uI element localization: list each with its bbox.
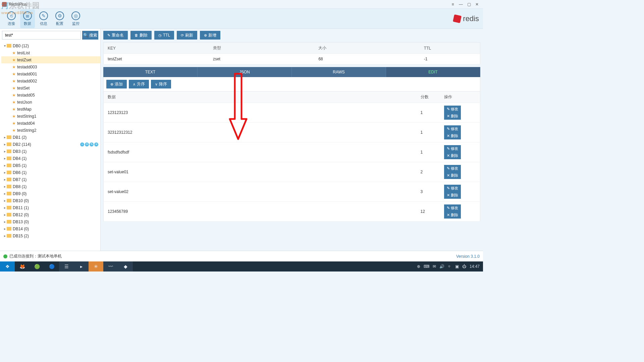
tree-DB2[interactable]: ▸DB2 (114)+⟳✎✕ [1, 141, 100, 148]
tree-DB9[interactable]: ▸DB9 (0) [1, 190, 100, 197]
cell-data: set-value02 [104, 182, 417, 202]
main-panel: ✎重命名 🗑删除 ◷TTL ⟳刷新 ⊕新增 KEY 类型 大小 TTL test… [101, 29, 483, 251]
taskbar-redisplus[interactable]: ◆ [118, 261, 133, 272]
sort-asc-button[interactable]: ∧升序 [129, 80, 149, 88]
row-delete-button[interactable]: ✕ 删除 [444, 113, 461, 120]
tree-DB11[interactable]: ▸DB11 (1) [1, 204, 100, 211]
brand-logo: redis [453, 14, 479, 23]
tab-json[interactable]: JSON [198, 67, 292, 77]
tree-DB13[interactable]: ▸DB13 (0) [1, 218, 100, 225]
tree-key-testadd001[interactable]: ★testadd001 [1, 70, 100, 77]
taskbar-app3[interactable]: ☰ [59, 261, 74, 272]
row-modify-button[interactable]: ✎ 修改 [444, 106, 461, 113]
maximize-button[interactable]: ▢ [465, 1, 473, 8]
tree-key-testMap[interactable]: ★testMap [1, 106, 100, 113]
chevron-up-icon: ∧ [133, 82, 136, 86]
rename-button[interactable]: ✎重命名 [103, 31, 128, 40]
tree-key-testString2[interactable]: ★testString2 [1, 127, 100, 134]
table-row: 323123123121✎ 修改✕ 删除 [104, 123, 480, 142]
tree-db0[interactable]: ▾DB0 (12) [1, 42, 100, 49]
taskbar-app1[interactable]: 🟢 [30, 261, 44, 272]
close-button[interactable]: ✕ [473, 1, 481, 8]
os-taskbar: ❖ 🦊 🟢 🔵 ☰ ▸ ✳ 〰 ◆ ⊕ ⌨ ✉ 🔊 ᯤ ▣ ⏻ 14:47 [0, 261, 483, 272]
toolbar-config[interactable]: ⚙ 配置 [52, 9, 67, 28]
tray-chat-icon[interactable]: ✉ [433, 264, 436, 269]
status-bar: 已成功连接到：测试本地单机 Version 3.1.0 [0, 251, 483, 261]
version-label: Version 3.1.0 [456, 254, 480, 259]
tray-keyboard-icon[interactable]: ⌨ [424, 264, 429, 269]
tree-key-testadd05[interactable]: ★testadd05 [1, 92, 100, 99]
toolbar-connect[interactable]: ⎋ 连接 [4, 9, 19, 28]
row-delete-button[interactable]: ✕ 删除 [444, 192, 461, 199]
header-type: 类型 [209, 43, 314, 54]
tree-DB7[interactable]: ▸DB7 (1) [1, 176, 100, 183]
row-delete-button[interactable]: ✕ 删除 [444, 132, 461, 139]
tray-icon[interactable]: ⊕ [417, 264, 420, 269]
toolbar-monitor[interactable]: ◎ 监控 [68, 9, 83, 28]
tree-DB12[interactable]: ▸DB12 (0) [1, 211, 100, 218]
tree-DB1[interactable]: ▸DB1 (2) [1, 134, 100, 141]
row-delete-button[interactable]: ✕ 删除 [444, 172, 461, 179]
tray-wifi-icon[interactable]: ᯤ [448, 264, 452, 269]
value-key: testZset [104, 54, 209, 64]
tray-power-icon[interactable]: ⏻ [462, 264, 466, 269]
tree-DB5[interactable]: ▸DB5 (1) [1, 162, 100, 169]
tree-key-testZset[interactable]: ★testZset [1, 56, 100, 63]
start-button[interactable]: ❖ [0, 261, 15, 272]
tree-key-testadd003[interactable]: ★testadd003 [1, 63, 100, 70]
delete-button[interactable]: 🗑删除 [130, 31, 152, 40]
tree-key-testString1[interactable]: ★testString1 [1, 113, 100, 120]
tree-DB3[interactable]: ▸DB3 (1) [1, 148, 100, 155]
add-button[interactable]: ⊕添加 [106, 80, 127, 88]
row-modify-button[interactable]: ✎ 修改 [444, 145, 461, 152]
taskbar-terminal[interactable]: ▸ [74, 261, 89, 272]
tree-key-testList[interactable]: ★testList [1, 49, 100, 56]
minimize-button[interactable]: — [457, 1, 465, 8]
taskbar-app4[interactable]: ✳ [89, 261, 103, 272]
sort-desc-button[interactable]: ∨降序 [151, 80, 171, 88]
database-tree[interactable]: ▾DB0 (12)★testList★testZset★testadd003★t… [0, 42, 100, 251]
tree-key-testadd002[interactable]: ★testadd002 [1, 77, 100, 84]
eye-icon: ◎ [71, 11, 80, 20]
tree-DB10[interactable]: ▸DB10 (0) [1, 197, 100, 204]
new-button[interactable]: ⊕新增 [200, 31, 220, 40]
tray-clock[interactable]: 14:47 [470, 264, 480, 269]
tree-DB14[interactable]: ▸DB14 (0) [1, 225, 100, 232]
tree-key-testadd04[interactable]: ★testadd04 [1, 120, 100, 127]
row-modify-button[interactable]: ✎ 修改 [444, 125, 461, 132]
row-modify-button[interactable]: ✎ 修改 [444, 185, 461, 192]
row-modify-button[interactable]: ✎ 修改 [444, 165, 461, 172]
tree-DB8[interactable]: ▸DB8 (1) [1, 183, 100, 190]
window-title: RedisPlus [9, 2, 449, 7]
tree-DB15[interactable]: ▸DB15 (2) [1, 232, 100, 239]
tab-edit[interactable]: EDIT [386, 67, 480, 77]
menu-icon[interactable]: ≡ [449, 1, 457, 8]
row-modify-button[interactable]: ✎ 修改 [444, 204, 461, 212]
gear-icon: ⚙ [55, 11, 64, 20]
tree-key-testSet[interactable]: ★testSet [1, 84, 100, 92]
toolbar-info[interactable]: ✎ 信息 [36, 9, 51, 28]
search-button[interactable]: 🔍 搜索 [82, 31, 98, 40]
ttl-button[interactable]: ◷TTL [154, 31, 174, 40]
row-delete-button[interactable]: ✕ 删除 [444, 212, 461, 219]
table-row: 12345678912✎ 修改✕ 删除 [104, 202, 480, 222]
tree-key-testJson[interactable]: ★testJson [1, 99, 100, 106]
refresh-button[interactable]: ⟳刷新 [177, 31, 197, 40]
taskbar-monitor[interactable]: 〰 [103, 261, 118, 272]
tab-text[interactable]: TEXT [103, 67, 198, 77]
taskbar-firefox[interactable]: 🦊 [15, 261, 30, 272]
tree-DB4[interactable]: ▸DB4 (1) [1, 155, 100, 162]
row-delete-button[interactable]: ✕ 删除 [444, 152, 461, 159]
table-row: set-value012✎ 修改✕ 删除 [104, 162, 480, 182]
tree-DB6[interactable]: ▸DB6 (1) [1, 169, 100, 176]
search-input[interactable] [2, 31, 81, 40]
main-toolbar: ⎋ 连接 ≣ 数据 ✎ 信息 ⚙ 配置 ◎ 监控 redis [0, 9, 483, 29]
table-row: fsdsdfsdfsdf1✎ 修改✕ 删除 [104, 142, 480, 162]
taskbar-app2[interactable]: 🔵 [44, 261, 59, 272]
tray-battery-icon[interactable]: ▣ [455, 264, 459, 269]
toolbar-data[interactable]: ≣ 数据 [20, 9, 35, 28]
tray-volume-icon[interactable]: 🔊 [439, 264, 444, 269]
window-titlebar: RedisPlus ≡ — ▢ ✕ [0, 0, 483, 9]
system-tray: ⊕ ⌨ ✉ 🔊 ᯤ ▣ ⏻ 14:47 [417, 264, 483, 269]
tab-raws[interactable]: RAWS [292, 67, 386, 77]
